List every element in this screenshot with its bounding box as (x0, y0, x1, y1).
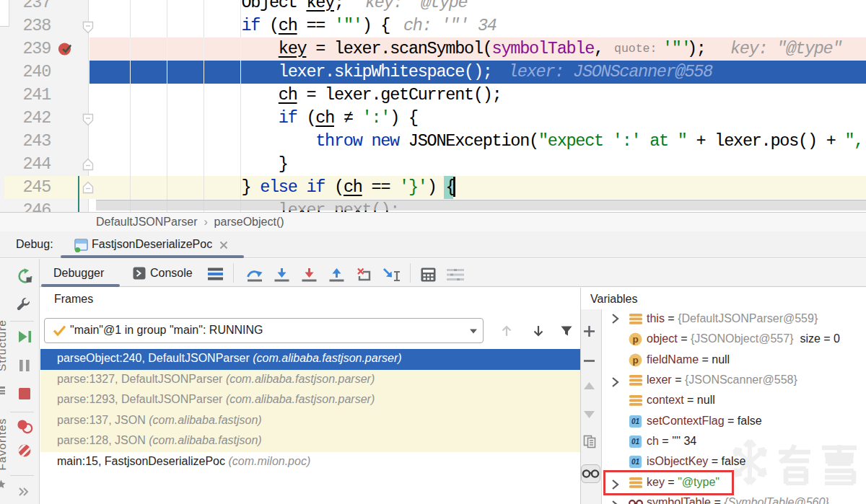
svg-text:01: 01 (631, 458, 640, 466)
svg-text:01: 01 (631, 438, 640, 446)
svg-text:01: 01 (631, 417, 640, 425)
svg-text:p: p (632, 334, 638, 345)
svg-text:p: p (632, 355, 638, 366)
